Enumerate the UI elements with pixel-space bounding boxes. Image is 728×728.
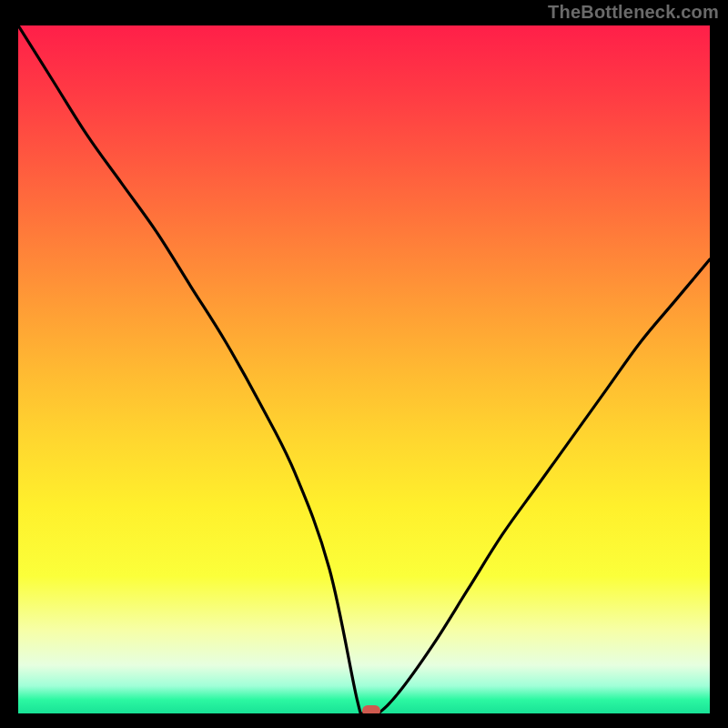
bottleneck-curve-path bbox=[18, 25, 710, 713]
chart-frame: TheBottleneck.com bbox=[0, 0, 728, 728]
plot-area bbox=[18, 25, 710, 713]
optimal-point-marker bbox=[362, 705, 380, 713]
curve-svg bbox=[18, 25, 710, 713]
watermark-text: TheBottleneck.com bbox=[548, 2, 719, 23]
